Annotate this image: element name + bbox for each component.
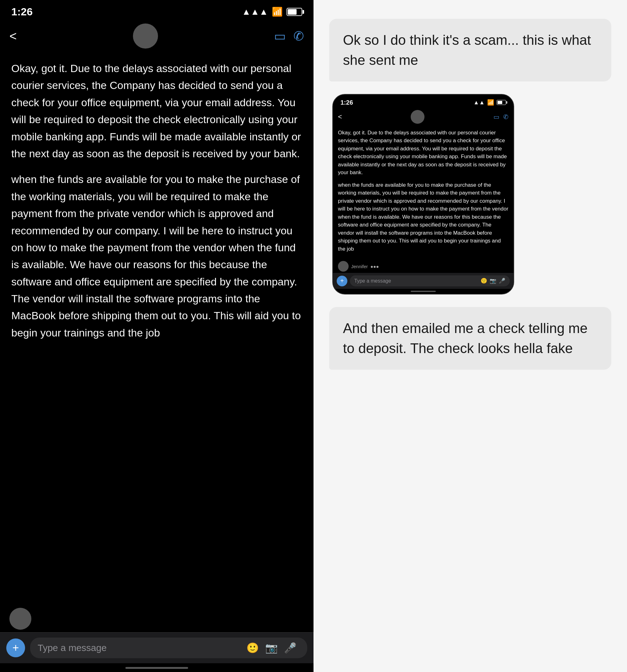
- type-placeholder: Type a message: [38, 643, 247, 653]
- video-call-icon[interactable]: ▭: [274, 29, 286, 43]
- camera-icon[interactable]: 📷: [265, 642, 278, 654]
- bubble-2-text: And then emailed me a check telling me t…: [343, 320, 587, 356]
- left-phone-panel: 1:26 ▲▲▲ 📶 < ▭ ✆ Okay, got it. Due to th…: [0, 0, 314, 672]
- embed-status-time: 1:26: [341, 99, 353, 106]
- status-time: 1:26: [11, 6, 32, 18]
- bubble-1-text: Ok so I do think it's a scam... this is …: [343, 32, 591, 68]
- embed-back-button: <: [338, 113, 342, 121]
- input-action-icons: 🙂 📷 🎤: [247, 642, 300, 654]
- battery-icon: [286, 8, 302, 16]
- embed-type-input: Type a message 🙂 📷 🎤: [350, 275, 510, 286]
- status-icons: ▲▲▲ 📶: [242, 6, 302, 17]
- wifi-icon: 📶: [272, 6, 283, 17]
- embed-message-para-1: Okay, got it. Due to the delays associat…: [338, 129, 509, 177]
- embed-add-button: +: [337, 276, 347, 286]
- right-chat-panel: Ok so I do think it's a scam... this is …: [314, 0, 627, 672]
- message-content: Okay, got it. Due to the delays associat…: [0, 53, 314, 608]
- embed-dots: ●●●: [370, 264, 379, 269]
- plus-icon: +: [12, 641, 19, 654]
- embedded-screenshot: 1:26 ▲▲ 📶 < ▭ ✆ Okay, got it. Due to the…: [332, 94, 514, 295]
- message-paragraph-1: Okay, got it. Due to the delays associat…: [11, 60, 302, 162]
- embed-battery-icon: [496, 100, 506, 105]
- embed-emoji-icon: 🙂: [481, 278, 487, 284]
- embed-camera-icon: 📷: [490, 278, 496, 284]
- embed-input-bar: + Type a message 🙂 📷 🎤: [333, 273, 513, 289]
- status-bar: 1:26 ▲▲▲ 📶: [0, 0, 314, 21]
- embed-status-bar: 1:26 ▲▲ 📶: [333, 95, 513, 109]
- message-input-bar: + Type a message 🙂 📷 🎤: [0, 632, 314, 663]
- phone-call-icon[interactable]: ✆: [294, 29, 304, 43]
- embed-message-para-2: when the funds are available for you to …: [338, 181, 509, 253]
- back-button[interactable]: <: [9, 29, 17, 43]
- embed-mic-icon: 🎤: [499, 278, 505, 284]
- emoji-icon[interactable]: 🙂: [247, 642, 259, 654]
- embed-nav-bar: < ▭ ✆: [333, 109, 513, 126]
- embed-wifi-icon: 📶: [487, 99, 494, 106]
- add-attachment-button[interactable]: +: [6, 639, 25, 657]
- chat-bubble-1: Ok so I do think it's a scam... this is …: [329, 19, 611, 81]
- embed-home-indicator: [411, 291, 436, 292]
- embed-input-icons: 🙂 📷 🎤: [481, 278, 505, 284]
- embed-phone-icon: ✆: [503, 113, 509, 121]
- contact-avatar: [133, 24, 158, 49]
- embed-sender-name: Jennifer: [351, 264, 368, 269]
- embed-signal-icon: ▲▲: [473, 99, 485, 106]
- embed-message-content: Okay, got it. Due to the delays associat…: [333, 126, 513, 260]
- nav-bar: < ▭ ✆: [0, 21, 314, 53]
- message-text: Okay, got it. Due to the delays associat…: [11, 60, 302, 341]
- signal-icon: ▲▲▲: [242, 7, 268, 17]
- embed-placeholder: Type a message: [354, 278, 391, 284]
- embed-video-icon: ▭: [493, 113, 500, 121]
- mic-icon[interactable]: 🎤: [284, 642, 297, 654]
- chat-bubble-2: And then emailed me a check telling me t…: [329, 307, 611, 370]
- message-input[interactable]: Type a message 🙂 📷 🎤: [30, 638, 307, 658]
- embed-nav-icons: ▭ ✆: [493, 113, 509, 121]
- embed-status-icons: ▲▲ 📶: [473, 99, 506, 106]
- embed-sender-avatar: [338, 261, 349, 272]
- message-paragraph-2: when the funds are available for you to …: [11, 171, 302, 341]
- embed-contact-avatar: [411, 110, 424, 124]
- nav-icons: ▭ ✆: [274, 29, 304, 43]
- home-indicator: [125, 667, 188, 669]
